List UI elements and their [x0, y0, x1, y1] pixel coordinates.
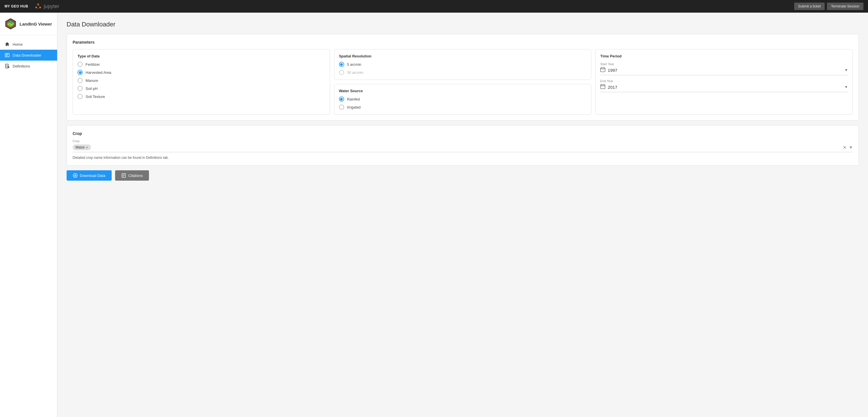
svg-point-0 — [37, 3, 39, 5]
crop-clear-button[interactable]: ✕ — [843, 145, 846, 150]
download-data-button[interactable]: Download Data — [67, 170, 112, 181]
radio-harvested-area[interactable]: Harvested Area — [78, 70, 325, 75]
radio-manure-label: Manure — [86, 79, 98, 83]
sidebar-home-label: Home — [12, 42, 23, 47]
citations-icon — [121, 173, 126, 178]
type-of-data-box: Type of Data Fertilizer Harvested Area — [73, 49, 330, 115]
crop-help-text: Detailed crop name information can be fo… — [73, 156, 853, 160]
svg-rect-16 — [600, 68, 605, 72]
navbar: MY GEO HUB jupyter Submit a ticket Termi… — [0, 0, 868, 12]
sidebar-nav: Home Data Downloader — [0, 35, 57, 75]
spatial-resolution-box: Spatial Resolution 5 arcmin 30 arcmin — [334, 49, 592, 80]
parameters-card: Parameters Type of Data Fertilizer Harve… — [67, 34, 859, 121]
jupyter-logo-area: jupyter — [35, 3, 794, 9]
end-year-label: End Year — [600, 79, 848, 83]
start-year-group: Start Year 1997 — [600, 62, 848, 75]
bottom-actions: Download Data Citations — [67, 170, 859, 181]
citations-label: Citations — [128, 174, 143, 178]
radio-30arcmin-label: 30 arcmin — [347, 70, 363, 75]
citations-button[interactable]: Citations — [115, 170, 149, 181]
radio-circle-manure — [78, 78, 83, 83]
radio-irrigated[interactable]: Irrigated — [339, 105, 587, 110]
radio-5arcmin[interactable]: 5 arcmin — [339, 62, 587, 67]
sidebar-definitions-label: Definitions — [12, 64, 30, 68]
svg-point-1 — [40, 7, 41, 8]
sidebar: LandInG Viewer Home — [0, 12, 57, 417]
svg-rect-20 — [600, 85, 605, 89]
time-period-title: Time Period — [600, 54, 848, 58]
parameters-title: Parameters — [73, 40, 853, 44]
radio-circle-soil-texture — [78, 94, 83, 99]
radio-soil-ph-label: Soil pH — [86, 86, 98, 91]
spatial-resolution-title: Spatial Resolution — [339, 54, 587, 58]
water-source-title: Water Source — [339, 89, 587, 93]
submit-ticket-button[interactable]: Submit a ticket — [794, 3, 825, 10]
crop-input-actions: ✕ ▼ — [843, 145, 853, 150]
main-content: Data Downloader Parameters Type of Data … — [57, 12, 868, 417]
crop-input-row: Maize × ✕ ▼ — [73, 145, 853, 152]
radio-5arcmin-label: 5 arcmin — [347, 62, 361, 67]
start-year-dropdown-arrow: ▼ — [844, 68, 848, 72]
radio-irrigated-label: Irrigated — [347, 105, 361, 110]
radio-manure[interactable]: Manure — [78, 78, 325, 83]
radio-rainfed[interactable]: Rainfed — [339, 96, 587, 102]
sidebar-data-downloader-label: Data Downloader — [12, 53, 41, 57]
jupyter-spinner-icon — [35, 3, 41, 9]
middle-column: Spatial Resolution 5 arcmin 30 arcmin Wa… — [334, 49, 592, 115]
definitions-icon — [5, 63, 10, 69]
water-source-box: Water Source Rainfed Irrigated — [334, 84, 592, 115]
params-grid: Type of Data Fertilizer Harvested Area — [73, 49, 853, 115]
end-year-group: End Year 2017 — [600, 79, 848, 92]
end-year-dropdown-arrow: ▼ — [844, 85, 848, 89]
navbar-actions: Submit a ticket Terminate Session — [794, 3, 863, 10]
type-of-data-title: Type of Data — [78, 54, 325, 58]
time-period-box: Time Period Start Year — [595, 49, 853, 115]
radio-rainfed-label: Rainfed — [347, 97, 360, 101]
data-downloader-icon — [5, 53, 10, 58]
radio-harvested-area-label: Harvested Area — [86, 70, 112, 75]
crop-section-title: Crop — [73, 131, 853, 136]
download-data-label: Download Data — [80, 174, 105, 178]
radio-circle-rainfed — [339, 96, 344, 102]
page-title: Data Downloader — [67, 21, 859, 28]
sidebar-item-definitions[interactable]: Definitions — [0, 61, 57, 71]
sidebar-logo: LandInG Viewer — [0, 12, 57, 35]
sidebar-item-home[interactable]: Home — [0, 39, 57, 50]
radio-circle-30arcmin — [339, 70, 344, 75]
end-year-calendar-icon — [600, 84, 606, 90]
radio-circle-5arcmin — [339, 62, 344, 67]
crop-tags: Maize × — [73, 145, 843, 150]
download-icon — [73, 173, 78, 178]
terminate-session-button[interactable]: Terminate Session — [827, 3, 863, 10]
sidebar-logo-text: LandInG Viewer — [20, 22, 52, 26]
sidebar-item-data-downloader[interactable]: Data Downloader — [0, 50, 57, 61]
landing-viewer-logo-icon — [5, 18, 17, 30]
crop-tag-maize-label: Maize — [75, 145, 85, 149]
radio-circle-irrigated — [339, 105, 344, 110]
radio-soil-texture[interactable]: Soil Texture — [78, 94, 325, 99]
crop-dropdown-button[interactable]: ▼ — [849, 145, 853, 150]
start-year-label: Start Year — [600, 62, 848, 66]
crop-field-label: Crop — [73, 139, 853, 143]
brand-label: MY GEO HUB — [5, 4, 28, 8]
radio-30arcmin[interactable]: 30 arcmin — [339, 70, 587, 75]
jupyter-label: jupyter — [43, 3, 59, 9]
start-year-calendar-icon — [600, 67, 606, 73]
start-year-select-wrapper: 1997 1998 2000 2005 2010 ▼ — [600, 67, 848, 75]
crop-tag-maize: Maize × — [73, 145, 91, 150]
svg-point-6 — [8, 25, 13, 27]
radio-fertilizer[interactable]: Fertilizer — [78, 62, 325, 67]
end-year-select-wrapper: 2017 2015 2010 2005 2020 ▼ — [600, 84, 848, 92]
radio-soil-ph[interactable]: Soil pH — [78, 86, 325, 91]
radio-circle-soil-ph — [78, 86, 83, 91]
crop-tag-remove-button[interactable]: × — [86, 146, 88, 149]
radio-soil-texture-label: Soil Texture — [86, 94, 105, 99]
radio-circle-fertilizer — [78, 62, 83, 67]
radio-circle-harvested-area — [78, 70, 83, 75]
crop-card: Crop Crop Maize × ✕ ▼ Detailed crop name… — [67, 125, 859, 166]
end-year-select[interactable]: 2017 2015 2010 2005 2020 — [608, 85, 842, 90]
home-icon — [5, 42, 10, 47]
start-year-select[interactable]: 1997 1998 2000 2005 2010 — [608, 68, 842, 73]
app-layout: LandInG Viewer Home — [0, 12, 868, 417]
radio-fertilizer-label: Fertilizer — [86, 62, 100, 67]
